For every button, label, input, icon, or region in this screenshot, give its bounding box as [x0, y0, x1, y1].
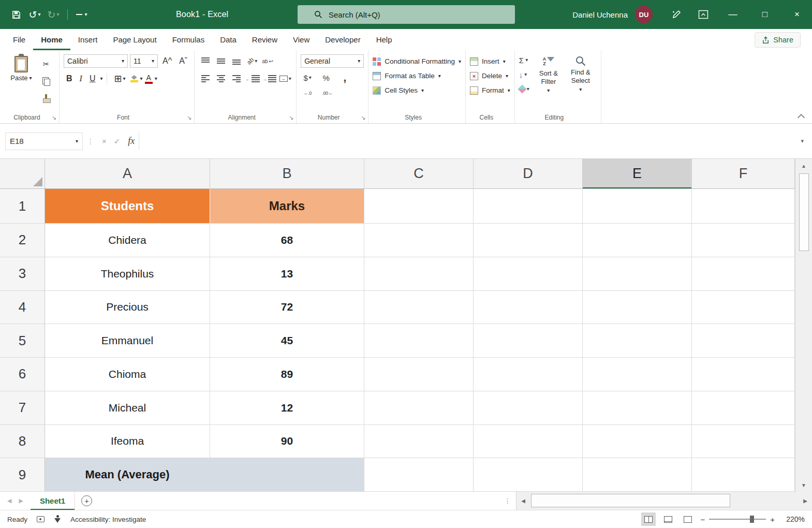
zoom-out-icon[interactable]: −: [700, 515, 705, 524]
cell-b4-mark[interactable]: 72: [210, 291, 364, 325]
cell[interactable]: [474, 291, 583, 325]
dialog-launcher-icon[interactable]: ↘: [289, 114, 293, 121]
save-button[interactable]: [8, 6, 24, 23]
collapse-ribbon-icon[interactable]: [798, 114, 805, 121]
increase-font-size-button[interactable]: A^: [160, 56, 174, 66]
cell-b9-mean-value[interactable]: [210, 458, 364, 492]
cell[interactable]: [474, 358, 583, 391]
font-color-button[interactable]: A: [145, 74, 153, 84]
next-sheet-icon[interactable]: ▶: [19, 497, 23, 504]
row-header-7[interactable]: 7: [0, 391, 45, 425]
column-header-e-selected[interactable]: E: [583, 159, 692, 189]
cell-a6-name[interactable]: Chioma: [45, 358, 210, 391]
cell-b2-mark[interactable]: 68: [210, 224, 364, 257]
cell-b3-mark[interactable]: 13: [210, 257, 364, 291]
cell[interactable]: [364, 425, 474, 459]
copy-button[interactable]: [39, 75, 53, 87]
cell[interactable]: [692, 189, 795, 224]
cell[interactable]: [364, 458, 474, 492]
cell[interactable]: [692, 391, 795, 425]
fill-color-button[interactable]: [130, 75, 138, 82]
scroll-up-icon[interactable]: ▲: [795, 159, 812, 172]
cell[interactable]: [692, 358, 795, 391]
horizontal-scroll-thumb[interactable]: [531, 494, 730, 507]
fill-button[interactable]: ↓ ▾: [519, 68, 529, 81]
prev-sheet-icon[interactable]: ◀: [7, 497, 11, 504]
tab-page-layout[interactable]: Page Layout: [105, 29, 164, 50]
cell[interactable]: [474, 391, 583, 425]
cell[interactable]: [583, 224, 692, 257]
row-header-5[interactable]: 5: [0, 324, 45, 358]
font-size-select[interactable]: 11 ▾: [130, 54, 158, 68]
undo-button[interactable]: ↺ ▾: [27, 6, 42, 23]
accessibility-icon[interactable]: [54, 515, 61, 523]
format-as-table-button[interactable]: Format as Table ▾: [373, 69, 461, 82]
tab-insert[interactable]: Insert: [70, 29, 106, 50]
zoom-level[interactable]: 220%: [780, 515, 805, 523]
bold-button[interactable]: B: [64, 74, 75, 83]
cell-a8-name[interactable]: Ifeoma: [45, 425, 210, 459]
cell[interactable]: [692, 425, 795, 459]
cell[interactable]: [364, 257, 474, 291]
cell[interactable]: [364, 224, 474, 257]
cell[interactable]: [474, 257, 583, 291]
customize-quick-access-button[interactable]: ▾: [74, 6, 90, 23]
cell-styles-button[interactable]: Cell Styles ▾: [373, 84, 461, 97]
insert-cells-button[interactable]: Insert ▾: [470, 55, 510, 68]
cell[interactable]: [583, 391, 692, 425]
zoom-in-icon[interactable]: +: [770, 515, 775, 524]
select-all-corner[interactable]: [0, 159, 45, 189]
autosum-button[interactable]: Σ ▾: [519, 54, 529, 66]
dialog-launcher-icon[interactable]: ↘: [52, 114, 56, 121]
cell[interactable]: [692, 291, 795, 325]
cancel-icon[interactable]: ×: [98, 137, 110, 145]
tab-view[interactable]: View: [285, 29, 317, 50]
tab-review[interactable]: Review: [244, 29, 285, 50]
underline-button[interactable]: U: [87, 74, 98, 83]
sort-filter-button[interactable]: AZ Sort & Filter ▾: [533, 54, 565, 111]
decrease-indent-button[interactable]: ←: [245, 72, 260, 85]
row-header-6[interactable]: 6: [0, 358, 45, 391]
cut-button[interactable]: ✂: [39, 58, 53, 70]
align-middle-button[interactable]: [214, 55, 228, 67]
decrease-font-size-button[interactable]: Aˇ: [176, 56, 190, 66]
percent-style-button[interactable]: %: [319, 71, 333, 84]
column-header-f[interactable]: F: [692, 159, 795, 189]
search-input[interactable]: Search (Alt+Q): [298, 5, 515, 24]
cell-a3-name[interactable]: Theophilus: [45, 257, 210, 291]
cell-a4-name[interactable]: Precious: [45, 291, 210, 325]
cell[interactable]: [583, 291, 692, 325]
page-layout-view-button[interactable]: [661, 512, 675, 526]
number-format-select[interactable]: General ▾: [301, 54, 364, 68]
row-header-4[interactable]: 4: [0, 291, 45, 325]
macro-record-icon[interactable]: [37, 516, 45, 522]
sheet-tab-sheet1[interactable]: Sheet1: [31, 492, 75, 510]
avatar[interactable]: DU: [635, 6, 653, 23]
new-sheet-button[interactable]: +: [81, 495, 92, 506]
cell[interactable]: [692, 257, 795, 291]
tab-data[interactable]: Data: [212, 29, 244, 50]
cell[interactable]: [692, 458, 795, 492]
cell[interactable]: [583, 257, 692, 291]
cell-a1-students-header[interactable]: Students: [45, 189, 210, 224]
align-right-button[interactable]: [230, 72, 243, 85]
comma-style-button[interactable]: ,: [338, 71, 351, 84]
horizontal-scroll-track[interactable]: [530, 492, 799, 510]
cell[interactable]: [692, 324, 795, 358]
format-cells-button[interactable]: Format ▾: [470, 84, 510, 97]
font-name-select[interactable]: Calibri ▾: [64, 54, 128, 68]
user-name[interactable]: Daniel Uchenna: [572, 10, 628, 19]
ribbon-display-options-button[interactable]: [691, 0, 716, 29]
row-header-2[interactable]: 2: [0, 224, 45, 257]
cell-a5-name[interactable]: Emmanuel: [45, 324, 210, 358]
cell[interactable]: [364, 391, 474, 425]
close-button[interactable]: ×: [782, 0, 812, 29]
column-header-c[interactable]: C: [364, 159, 474, 189]
formula-input[interactable]: [139, 133, 798, 150]
scroll-left-icon[interactable]: ◀: [516, 492, 530, 510]
column-header-a[interactable]: A: [45, 159, 210, 189]
accessibility-status[interactable]: Accessibility: Investigate: [70, 516, 146, 523]
cell[interactable]: [474, 425, 583, 459]
redo-button[interactable]: ↻ ▾: [46, 6, 61, 23]
wrap-text-button[interactable]: ab↩: [261, 55, 274, 67]
